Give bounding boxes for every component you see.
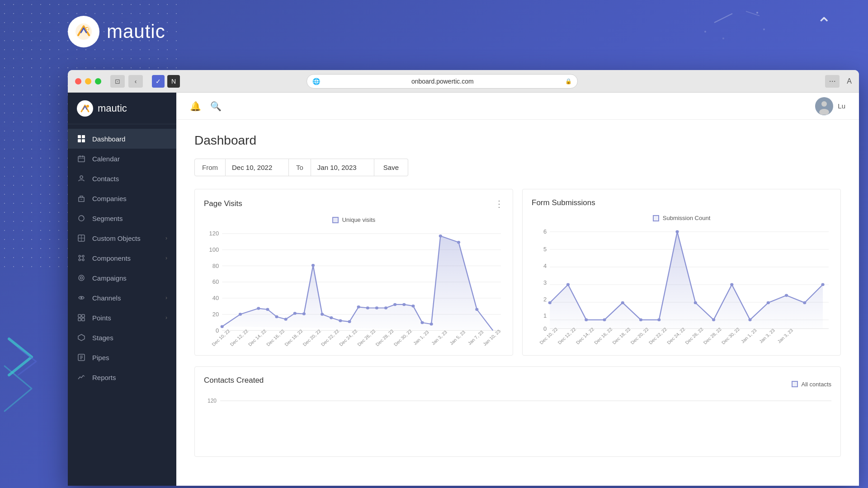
svg-text:80: 80 [212, 263, 219, 269]
svg-point-72 [339, 319, 342, 322]
svg-text:40: 40 [212, 296, 219, 301]
sidebar-item-contacts[interactable]: Contacts [68, 169, 176, 188]
site-icon: 🌐 [312, 78, 320, 85]
svg-text:6: 6 [543, 229, 547, 235]
custom-objects-icon [77, 234, 86, 243]
components-icon [77, 253, 86, 263]
svg-text:1: 1 [543, 313, 547, 319]
sidebar-item-pipes[interactable]: Pipes [68, 347, 176, 367]
page-visits-menu[interactable]: ⋮ [495, 198, 504, 209]
svg-text:2: 2 [543, 296, 547, 302]
sidebar-item-channels[interactable]: Channels › [68, 288, 176, 308]
sidebar-label-components: Components [92, 254, 131, 262]
sidebar-label-pipes: Pipes [92, 354, 109, 361]
sidebar-label-stages: Stages [92, 334, 113, 342]
page-visits-title: Page Visits [204, 199, 242, 208]
svg-point-67 [293, 312, 297, 315]
url-text: onboard.powertic.com [324, 78, 561, 85]
sidebar-item-reports[interactable]: Reports [68, 367, 176, 387]
search-icon[interactable]: 🔍 [210, 101, 222, 112]
sidebar-item-stages[interactable]: Stages [68, 328, 176, 347]
maximize-button[interactable] [95, 78, 101, 84]
page-visits-legend-box [332, 217, 339, 223]
browser-back-btn[interactable]: ‹ [128, 75, 143, 88]
app-header: mautic [0, 0, 868, 63]
svg-text:Dec 12, 22: Dec 12, 22 [557, 327, 577, 344]
svg-rect-36 [82, 314, 85, 317]
save-button[interactable]: Save [374, 159, 408, 176]
svg-point-68 [302, 312, 306, 315]
sidebar-item-campaigns[interactable]: Campaigns [68, 268, 176, 288]
svg-point-122 [657, 319, 660, 322]
sidebar-logo: mautic [77, 100, 127, 117]
sidebar-item-segments[interactable]: Segments [68, 208, 176, 228]
svg-rect-37 [78, 318, 81, 321]
svg-text:Dec 18, 22: Dec 18, 22 [611, 327, 632, 344]
svg-point-33 [80, 277, 83, 279]
main-content: Dashboard From To Save Page Visits ⋮ [176, 120, 859, 486]
form-submissions-legend: Submission Count [532, 215, 831, 221]
svg-text:0: 0 [216, 328, 219, 333]
minimize-button[interactable] [85, 78, 91, 84]
svg-text:Dec 28, 22: Dec 28, 22 [703, 327, 723, 344]
components-arrow: › [165, 255, 167, 261]
sidebar-label-companies: Companies [92, 195, 127, 202]
sidebar-item-companies[interactable]: Companies [68, 188, 176, 208]
svg-point-45 [821, 101, 827, 107]
date-range-bar: From To Save [194, 159, 841, 176]
svg-point-25 [82, 255, 84, 257]
svg-point-61 [221, 325, 224, 328]
svg-point-129 [785, 294, 788, 297]
svg-point-65 [275, 315, 278, 319]
svg-point-118 [585, 319, 588, 322]
from-date-input[interactable] [226, 159, 289, 176]
contacts-created-section: Contacts Created All contacts 120 [194, 366, 841, 457]
svg-point-77 [384, 306, 387, 310]
calendar-icon [77, 154, 86, 163]
svg-point-8 [86, 105, 89, 108]
svg-point-34 [80, 297, 82, 299]
sidebar-item-points[interactable]: Points › [68, 308, 176, 328]
svg-text:Dec 14, 22: Dec 14, 22 [575, 327, 595, 344]
user-avatar[interactable] [815, 97, 833, 115]
sidebar-item-components[interactable]: Components › [68, 248, 176, 268]
svg-text:Dec 28, 22: Dec 28, 22 [375, 328, 395, 346]
browser-controls: ⊡ ‹ [110, 75, 143, 88]
svg-text:Dec 16, 22: Dec 16, 22 [265, 328, 286, 346]
svg-marker-39 [78, 334, 85, 341]
svg-point-63 [257, 307, 260, 310]
contacts-created-title: Contacts Created [204, 376, 264, 385]
svg-text:Jan 3, 23: Jan 3, 23 [758, 328, 776, 344]
browser-more-btn[interactable]: ··· [825, 75, 840, 88]
svg-point-127 [748, 319, 751, 322]
main-logo: mautic [68, 16, 165, 47]
sidebar-logo-text: mautic [98, 103, 127, 114]
svg-point-74 [357, 305, 360, 309]
custom-objects-arrow: › [165, 235, 167, 241]
svg-point-76 [375, 306, 378, 310]
sidebar-label-contacts: Contacts [92, 175, 119, 183]
svg-point-131 [821, 283, 825, 286]
extension-icon-2[interactable]: N [167, 75, 180, 88]
sidebar-item-dashboard[interactable]: Dashboard [68, 129, 176, 149]
svg-point-128 [767, 301, 770, 305]
contacts-created-legend: All contacts [792, 381, 831, 388]
to-date-input[interactable] [311, 159, 374, 176]
address-bar[interactable]: 🌐 onboard.powertic.com 🔒 [307, 74, 578, 89]
channels-icon [77, 293, 86, 302]
svg-point-26 [79, 259, 80, 261]
deco-chevron [0, 330, 59, 420]
close-button[interactable] [75, 78, 81, 84]
svg-text:Dec 30, 22: Dec 30, 22 [721, 327, 741, 344]
svg-text:0: 0 [543, 326, 547, 332]
notification-icon[interactable]: 🔔 [190, 101, 201, 112]
page-title: Dashboard [194, 133, 841, 148]
sidebar-item-custom-objects[interactable]: Custom Objects › [68, 228, 176, 248]
svg-text:Dec 16, 22: Dec 16, 22 [593, 327, 613, 344]
sidebar-item-calendar[interactable]: Calendar [68, 149, 176, 169]
sidebar-logo-icon [77, 100, 93, 117]
traffic-lights [75, 78, 101, 84]
svg-text:Jan 1, 23: Jan 1, 23 [740, 328, 758, 344]
sidebar-toggle-btn[interactable]: ⊡ [110, 75, 125, 88]
extension-icon-1[interactable]: ✓ [152, 75, 165, 88]
